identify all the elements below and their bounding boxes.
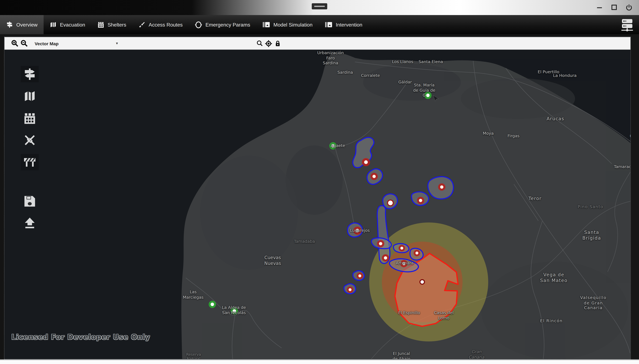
red-marker-center[interactable] [358,274,361,277]
signpost-icon [6,21,13,28]
collapse-arrows-icon [23,134,36,147]
red-marker-center[interactable] [419,199,422,202]
red-marker-center[interactable] [356,229,359,232]
epicenter-marker[interactable] [420,280,424,284]
title-bar[interactable] [0,0,639,15]
green-marker-center[interactable] [233,309,236,313]
save-floppy-icon [23,195,36,208]
tab-emergency-params[interactable]: Emergency Params [189,15,256,34]
red-marker-center[interactable] [440,186,443,189]
red-marker-center[interactable] [384,256,387,260]
tab-intervention[interactable]: Intervention [319,15,368,34]
license-watermark: Licensed For Developer Use Only [12,333,150,341]
map-icon [23,90,36,103]
lock-icon [274,40,281,47]
building-icon [23,112,36,125]
red-marker-center[interactable] [372,175,376,178]
window-drag-handle[interactable] [312,3,327,9]
bars-image-icon [325,21,332,28]
search-button[interactable] [256,37,263,50]
layer-selector-dropdown[interactable]: ▼ [115,37,118,50]
power-button[interactable] [624,3,633,12]
maximize-button[interactable] [610,3,618,12]
power-icon [625,4,632,11]
locate-target-icon [265,40,272,47]
tool-roadblock-button[interactable] [21,154,39,170]
red-marker-center[interactable] [416,252,418,254]
minimize-icon [596,4,603,11]
map-toolbar: Vector Map ▼ [4,37,630,50]
window-bottom-strip [0,360,639,364]
red-marker-center[interactable] [400,246,403,250]
red-marker-center[interactable] [402,262,406,265]
tool-save-button[interactable] [21,193,39,210]
minimize-button[interactable] [595,3,604,12]
map-base-layer [4,50,630,359]
tab-model-simulation[interactable]: Model Simulation [256,15,319,34]
upload-eject-icon [23,217,36,230]
green-marker-center[interactable] [331,144,335,148]
map-canvas[interactable]: Urbanización Faro SardinaLos LlanosSanta… [4,50,630,359]
layer-selector[interactable]: Vector Map [35,37,58,50]
lock-button[interactable] [274,37,281,50]
collapse-arrows-icon [138,21,146,28]
tab-access-routes[interactable]: Access Routes [132,15,189,34]
signpost-icon [23,68,36,81]
search-icon [256,40,263,47]
app-window: Overview Evacuation Shelters Access Rout… [0,0,639,364]
building-icon [98,21,104,28]
green-marker-center[interactable] [426,94,430,97]
red-marker-center[interactable] [364,160,368,164]
server-network-icon[interactable] [620,18,634,32]
map-side-toolbar [21,66,39,231]
locate-button[interactable] [265,37,272,50]
bars-image-icon [262,21,270,28]
tool-overview-button[interactable] [21,66,39,82]
red-marker-center[interactable] [349,288,352,291]
zoom-out-button[interactable] [20,37,28,50]
ellipse-icon [195,21,202,28]
tool-access-routes-button[interactable] [21,132,39,148]
red-marker-center[interactable] [379,242,382,245]
barrier-icon [23,156,37,169]
map-icon [50,21,57,28]
drag-handle-line [314,6,325,7]
tab-evacuation[interactable]: Evacuation [44,15,92,34]
tab-overview[interactable]: Overview [0,15,44,34]
chevron-down-icon: ▼ [115,42,118,45]
green-marker-center[interactable] [210,303,214,306]
red-ring-marker[interactable] [388,200,393,206]
maximize-icon [611,4,618,11]
tool-shelters-button[interactable] [21,110,39,126]
layer-selector-value: Vector Map [35,41,58,46]
tool-evacuation-button[interactable] [21,88,39,104]
zoom-in-button[interactable] [11,37,19,50]
tab-shelters[interactable]: Shelters [91,15,132,34]
map-region: Vector Map ▼ [4,37,631,360]
zoom-out-icon [20,40,28,47]
window-right-gutter [631,34,639,359]
zoom-in-icon [11,40,19,47]
main-tab-bar: Overview Evacuation Shelters Access Rout… [0,15,639,34]
tool-upload-button[interactable] [21,215,39,232]
